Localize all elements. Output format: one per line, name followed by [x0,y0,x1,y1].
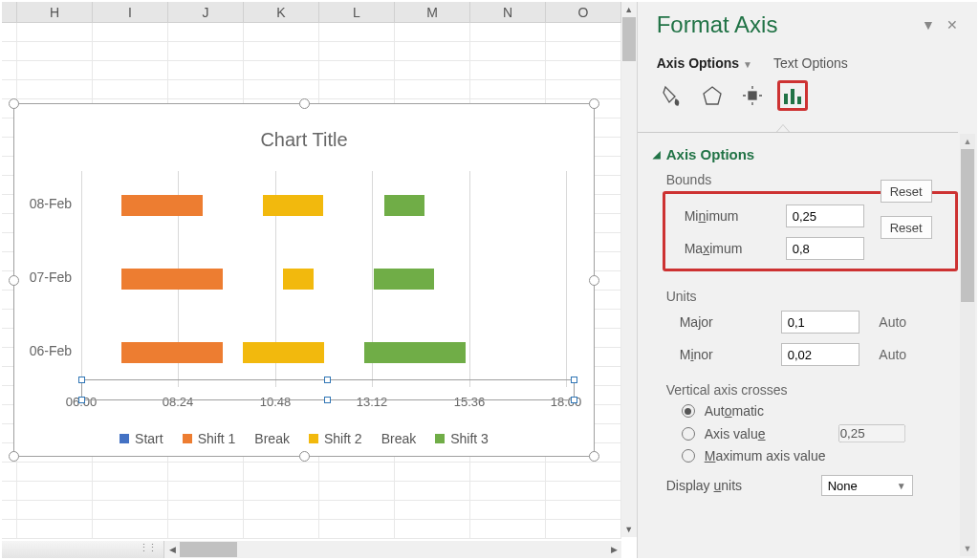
chart-title[interactable]: Chart Title [14,129,594,151]
y-tick-label: 08-Feb [20,196,72,211]
horizontal-axis-selected[interactable] [81,379,575,400]
axis-handle[interactable] [78,377,85,383]
bar-shift2[interactable] [263,195,323,216]
close-icon[interactable]: ✕ [946,17,962,32]
radio-icon [682,404,695,418]
legend-swatch [120,434,129,443]
col-header[interactable]: N [470,2,546,22]
resize-handle[interactable] [589,98,599,109]
scroll-down-icon[interactable]: ▼ [960,541,975,556]
major-auto-label: Auto [867,314,919,330]
embedded-chart[interactable]: Chart Title 08-Feb 07-Feb 06-Feb 06:00 0… [13,103,595,457]
radio-icon [682,427,695,441]
radio-icon [682,449,695,463]
minor-unit-input[interactable] [781,343,859,366]
reset-maximum-button[interactable]: Reset [881,216,932,239]
pane-options-icon[interactable]: ▼ [922,17,937,32]
radio-axis-value[interactable]: Axis value [682,424,958,442]
axis-handle[interactable] [571,377,577,383]
major-unit-input[interactable] [781,311,859,334]
legend-item[interactable]: Shift 3 [435,431,489,446]
legend-swatch [435,434,445,443]
axis-handle[interactable] [324,377,331,383]
bar-shift3[interactable] [364,342,466,363]
worksheet-vertical-scrollbar[interactable]: ▲ ▼ [621,2,637,537]
col-header[interactable]: H [17,2,93,22]
svg-rect-1 [749,92,756,99]
bar-shift1[interactable] [121,269,223,290]
axis-handle[interactable] [78,397,85,403]
bar-shift1[interactable] [121,195,203,216]
scroll-up-icon[interactable]: ▲ [960,134,975,149]
scroll-left-icon[interactable]: ◀ [164,541,180,558]
legend-label: Start [135,431,163,446]
size-properties-icon[interactable] [737,80,768,111]
legend-label: Break [381,431,417,446]
resize-handle[interactable] [589,451,599,462]
chevron-down-icon: ▼ [897,481,906,491]
maximum-input[interactable] [786,237,864,260]
col-header[interactable]: O [546,2,621,22]
sheet-tabs-stub[interactable] [2,541,164,558]
scroll-up-icon[interactable]: ▲ [621,2,637,17]
legend-item[interactable]: Shift 2 [309,431,362,446]
col-header[interactable]: J [168,2,244,22]
scroll-thumb[interactable] [622,17,636,61]
minimum-input[interactable] [786,205,864,227]
radio-automatic[interactable]: Automatic [682,403,958,419]
svg-rect-3 [791,89,794,104]
radio-maximum-axis-value[interactable]: Maximum axis value [682,448,958,463]
legend-item[interactable]: Start [120,431,163,446]
legend-item[interactable]: Break [254,431,290,446]
legend-label: Shift 1 [198,431,236,446]
chevron-down-icon: ▼ [743,59,752,70]
display-units-select[interactable]: None▼ [821,475,913,496]
tab-pointer-icon [776,124,790,132]
resize-handle[interactable] [9,98,19,109]
chart-legend[interactable]: Start Shift 1 Break Shift 2 Break Shift … [14,431,594,446]
svg-rect-2 [784,94,788,104]
resize-handle[interactable] [9,275,19,286]
bar-shift2[interactable] [243,342,324,363]
fill-line-icon[interactable] [657,80,687,111]
effects-icon[interactable] [697,80,728,111]
gridline [469,171,470,387]
col-header[interactable]: M [395,2,470,22]
resize-handle[interactable] [299,98,310,109]
axis-handle[interactable] [324,397,331,403]
tab-text-options[interactable]: Text Options [773,55,848,71]
scroll-thumb[interactable] [961,149,974,302]
col-header[interactable]: I [93,2,168,22]
collapse-icon: ◢ [653,149,661,160]
plot-area[interactable]: 08-Feb 07-Feb 06-Feb 06:00 08:24 10:48 1… [41,171,575,387]
maximum-label: Maximum [685,241,778,256]
legend-item[interactable]: Break [381,431,417,446]
tab-axis-options[interactable]: Axis Options▼ [657,55,752,71]
scroll-right-icon[interactable]: ▶ [606,541,621,558]
pane-vertical-scrollbar[interactable]: ▲ ▼ [960,134,975,556]
resize-handle[interactable] [299,451,310,462]
bar-shift1[interactable] [121,342,223,363]
bar-shift3[interactable] [374,269,434,290]
legend-item[interactable]: Shift 1 [183,431,236,446]
col-header[interactable]: L [319,2,395,22]
reset-minimum-button[interactable]: Reset [881,180,932,203]
section-axis-options[interactable]: ◢Axis Options [653,146,958,162]
worksheet-horizontal-scrollbar[interactable]: ◀ ▶ [2,541,621,558]
vertical-axis-crosses-label: Vertical axis crosses [666,382,958,398]
resize-handle[interactable] [9,451,19,462]
bar-shift3[interactable] [384,195,424,216]
legend-swatch [183,434,192,443]
gridline [566,171,567,387]
axis-handle[interactable] [571,397,577,403]
scroll-down-icon[interactable]: ▼ [621,522,637,537]
resize-handle[interactable] [589,275,599,286]
col-header[interactable]: K [244,2,319,22]
bar-shift2[interactable] [283,269,314,290]
axis-options-icon[interactable] [777,80,808,111]
svg-rect-4 [797,97,801,104]
legend-label: Break [254,431,290,446]
scroll-thumb[interactable] [180,542,237,557]
units-label: Units [666,289,958,304]
format-axis-pane: Format Axis ▼ ✕ Axis Options▼ Text Optio… [637,2,977,558]
